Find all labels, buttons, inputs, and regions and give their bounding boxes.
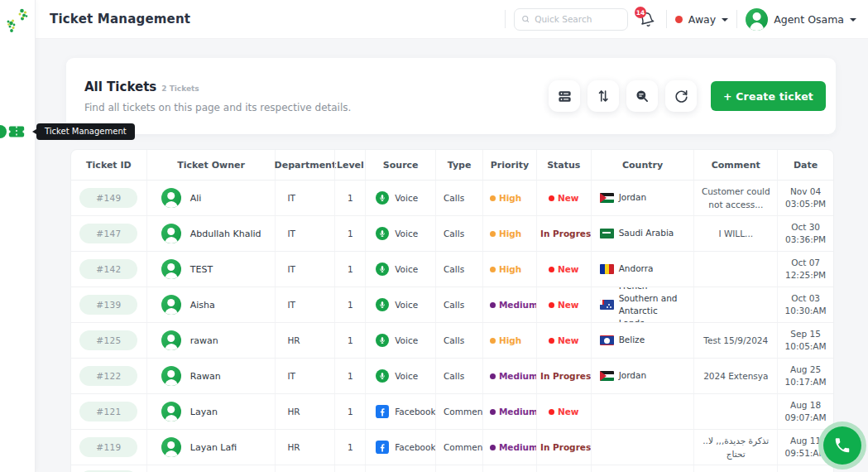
topbar: Ticket Management 14 Away Agent Osama bbox=[35, 0, 868, 39]
date-cell: Aug 18 09:07:AM bbox=[777, 394, 833, 429]
department-value: HR bbox=[287, 407, 300, 417]
table-body: #149 Ali IT 1 Voice Calls High bbox=[71, 181, 833, 472]
status-label: New bbox=[558, 193, 579, 203]
column-header-label: Priority bbox=[491, 160, 529, 171]
level-cell: 1 bbox=[334, 252, 365, 287]
voice-icon bbox=[376, 262, 389, 276]
status-dot bbox=[675, 16, 683, 23]
date-value: Aug 25 bbox=[790, 364, 821, 375]
sidebar-active-indicator bbox=[0, 125, 7, 138]
status-cell bbox=[536, 465, 591, 472]
comment-cell: ..تذكرة جديدة,,, لا تحتاج bbox=[693, 430, 777, 465]
status-cell: New bbox=[536, 252, 591, 287]
time-value: 09:51:AM bbox=[785, 448, 827, 459]
table-row[interactable]: #147 Abdullah Khalid IT 1 Voice Calls Hi… bbox=[71, 216, 833, 252]
column-header: Status bbox=[536, 150, 591, 180]
sidebar bbox=[0, 0, 35, 472]
column-header: Comment bbox=[693, 150, 777, 180]
sort-button[interactable] bbox=[587, 80, 619, 112]
level-cell: 1 bbox=[334, 394, 365, 429]
status-dot-icon bbox=[536, 445, 537, 450]
filter-search-button[interactable] bbox=[626, 80, 658, 112]
date-value: Oct 30 bbox=[791, 222, 820, 233]
agent-status-dropdown[interactable]: Away bbox=[675, 13, 728, 26]
level-value: 1 bbox=[348, 193, 353, 203]
type-cell: Calls bbox=[435, 216, 482, 251]
owner-name: TEST bbox=[190, 264, 213, 275]
status-value: New bbox=[549, 335, 579, 345]
filter-search-icon bbox=[635, 89, 650, 104]
search-input[interactable] bbox=[535, 14, 621, 24]
ticket-id-pill[interactable]: #139 bbox=[79, 295, 137, 315]
comment-cell: 2024 Extensya bbox=[693, 359, 777, 393]
table-row[interactable]: #122 Rawan IT 1 Voice Calls Medium bbox=[71, 359, 833, 394]
source-cell: Voice bbox=[365, 252, 435, 287]
owner-name: rawan bbox=[190, 335, 218, 346]
table-row[interactable]: #125 rawan HR 1 Voice Calls High bbox=[71, 323, 833, 359]
owner-avatar bbox=[161, 295, 181, 315]
priority-value: High bbox=[490, 335, 521, 345]
ticket-id-pill[interactable]: #122 bbox=[79, 366, 137, 386]
table-row[interactable]: #149 Ali IT 1 Voice Calls High bbox=[71, 181, 833, 216]
status-dot-icon bbox=[536, 373, 537, 379]
comment-value: ..تذكرة جديدة,,, لا تحتاج bbox=[700, 434, 771, 461]
status-value: In Progress bbox=[536, 229, 591, 238]
ticket-id-pill[interactable]: #142 bbox=[79, 259, 137, 279]
facebook-icon bbox=[376, 405, 389, 418]
ticket-id-pill[interactable]: #149 bbox=[79, 188, 137, 208]
priority-cell: Medium bbox=[482, 287, 536, 322]
source-value: Voice bbox=[395, 335, 418, 345]
time-value: 10:17:AM bbox=[785, 377, 827, 388]
ticket-id-pill[interactable]: #125 bbox=[79, 330, 137, 350]
notifications-button[interactable]: 14 bbox=[636, 8, 658, 30]
country-flag bbox=[600, 229, 614, 238]
status-label: New bbox=[558, 407, 579, 417]
ticket-id-pill[interactable]: #147 bbox=[79, 224, 137, 243]
priority-cell: High bbox=[482, 181, 536, 215]
table-row[interactable]: #121 Layan HR 1 Facebook Comment Medium bbox=[71, 394, 833, 430]
status-value: New bbox=[549, 300, 579, 310]
source-cell: Voice bbox=[365, 181, 435, 215]
department-cell bbox=[275, 465, 334, 472]
user-menu[interactable]: Agent Osama bbox=[746, 8, 856, 31]
ticket-id-pill[interactable]: #119 bbox=[79, 437, 137, 457]
status-cell: New bbox=[536, 323, 591, 358]
comment-value: I WILL... bbox=[700, 227, 771, 240]
table-row[interactable] bbox=[71, 465, 833, 472]
priority-label: High bbox=[499, 335, 521, 345]
call-fab-button[interactable] bbox=[823, 426, 861, 465]
source-cell: Facebook bbox=[365, 430, 435, 465]
status-dot-icon bbox=[549, 338, 554, 344]
column-header: Type bbox=[435, 150, 482, 180]
department-value: IT bbox=[287, 371, 295, 381]
department-cell: HR bbox=[275, 430, 334, 465]
country-cell: Belize bbox=[591, 323, 694, 358]
date-value: Sep 15 bbox=[790, 329, 821, 340]
ticket-owner-cell: Aisha bbox=[146, 287, 276, 322]
table-row[interactable]: #139 Aisha IT 1 Voice Calls Medium bbox=[71, 287, 833, 323]
status-cell: New bbox=[536, 181, 591, 215]
sort-icon bbox=[596, 89, 611, 104]
country-flag bbox=[600, 193, 614, 203]
refresh-button[interactable] bbox=[665, 80, 697, 112]
column-header: Level bbox=[334, 150, 365, 180]
status-value: New bbox=[549, 193, 579, 203]
status-value: New bbox=[549, 407, 579, 417]
ticket-management-icon[interactable] bbox=[7, 123, 26, 141]
table-row[interactable]: #142 TEST IT 1 Voice Calls High bbox=[71, 252, 833, 287]
comment-cell bbox=[693, 394, 777, 429]
priority-cell bbox=[482, 465, 536, 472]
priority-value: High bbox=[490, 229, 521, 238]
ticket-id-cell: #139 bbox=[71, 287, 146, 322]
status-label: New bbox=[558, 264, 579, 274]
ticket-id-pill[interactable]: #121 bbox=[79, 402, 137, 421]
page-title: Ticket Management bbox=[50, 12, 190, 26]
user-name: Agent Osama bbox=[774, 13, 844, 26]
status-dot-icon bbox=[549, 195, 554, 201]
columns-button[interactable] bbox=[549, 80, 580, 112]
create-ticket-button[interactable]: + Create ticket bbox=[711, 81, 826, 111]
ticket-id-cell: #149 bbox=[71, 181, 146, 215]
table-row[interactable]: #119 Layan Lafi HR 1 Facebook Comment Me… bbox=[71, 430, 833, 465]
type-value: Calls bbox=[444, 193, 464, 203]
quick-search[interactable] bbox=[514, 8, 628, 31]
